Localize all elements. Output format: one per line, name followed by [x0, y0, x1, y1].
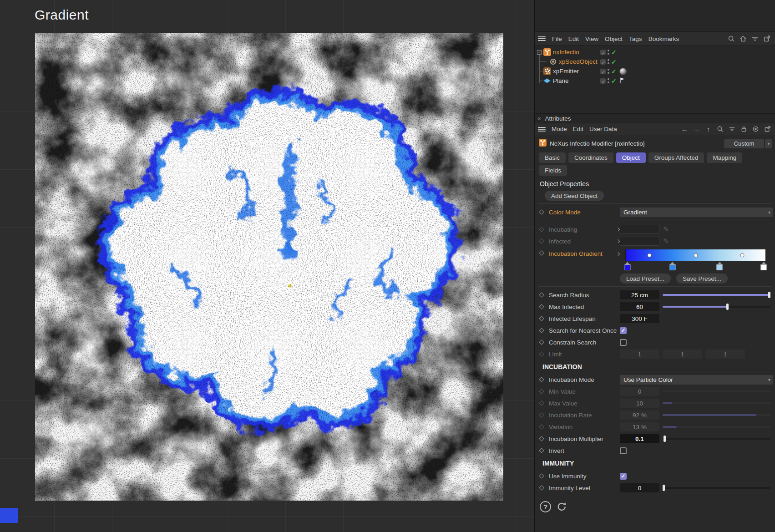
expand-toggle-icon[interactable]	[537, 50, 542, 55]
tree-row-xpseedobject[interactable]: xpSeedObject ✓	[535, 57, 775, 66]
panel-menu-icon[interactable]	[538, 127, 546, 132]
filter-icon[interactable]	[728, 125, 736, 133]
load-preset-button[interactable]: Load Preset...	[620, 274, 671, 284]
visibility-dots-icon[interactable]	[608, 69, 609, 74]
tab-fields[interactable]: Fields	[539, 165, 567, 176]
up-arrow-icon[interactable]: ↑	[704, 125, 712, 133]
chevron-right-icon[interactable]	[616, 239, 620, 243]
menu-object[interactable]: Object	[605, 35, 623, 42]
layer-toggle-icon[interactable]	[600, 59, 606, 65]
immunity-level-slider[interactable]	[663, 487, 770, 489]
visibility-dots-icon[interactable]	[608, 78, 609, 83]
chevron-right-icon[interactable]	[616, 252, 620, 256]
variation-field[interactable]: 13 %	[620, 422, 659, 431]
gradient-bar[interactable]	[625, 249, 766, 261]
add-seed-object-button[interactable]: Add Seed Object	[545, 191, 604, 201]
menu-bookmarks[interactable]: Bookmarks	[648, 35, 679, 42]
invert-checkbox[interactable]	[620, 447, 627, 454]
max-infected-slider[interactable]	[663, 306, 770, 308]
enabled-check-icon[interactable]: ✓	[611, 77, 617, 85]
menu-tags[interactable]: Tags	[629, 35, 642, 42]
menu-edit[interactable]: Edit	[568, 35, 579, 42]
visibility-dots-icon[interactable]	[608, 50, 609, 55]
slider-knob[interactable]	[663, 485, 665, 491]
slider-knob[interactable]	[664, 436, 666, 442]
incubation-rate-field[interactable]: 92 %	[620, 410, 659, 420]
tree-row-plane[interactable]: Plane ✓	[535, 76, 775, 86]
search-icon[interactable]	[716, 125, 724, 133]
limit-y-field[interactable]: 1	[663, 350, 702, 359]
limit-x-field[interactable]: 1	[620, 350, 659, 359]
menu-file[interactable]: File	[552, 35, 562, 42]
menu-view[interactable]: View	[585, 35, 598, 42]
layer-toggle-icon[interactable]	[600, 78, 606, 84]
edit-pencil-icon[interactable]: ✎	[663, 237, 669, 245]
gradient-knot[interactable]	[624, 262, 630, 270]
back-arrow-icon[interactable]: ←	[681, 125, 689, 133]
search-icon[interactable]	[727, 35, 735, 43]
constrain-search-checkbox[interactable]	[620, 339, 627, 346]
gradient-bias-handle[interactable]	[740, 253, 745, 257]
lock-icon[interactable]	[740, 125, 748, 133]
tab-groups-affected[interactable]: Groups Affected	[648, 152, 704, 163]
preset-selector[interactable]: Custom	[724, 139, 764, 148]
material-tag-icon[interactable]	[619, 68, 627, 75]
limit-z-field[interactable]: 1	[705, 350, 745, 359]
incubating-link-field[interactable]	[620, 225, 659, 234]
chevron-right-icon[interactable]	[616, 228, 620, 231]
max-infected-field[interactable]: 60	[620, 302, 659, 311]
slider-knob[interactable]	[768, 292, 770, 298]
menu-edit[interactable]: Edit	[573, 126, 583, 132]
search-nearest-once-checkbox[interactable]: ✓	[620, 327, 627, 334]
infected-link-field[interactable]	[620, 237, 659, 246]
max-value-slider[interactable]	[663, 402, 770, 404]
home-icon[interactable]	[739, 35, 747, 43]
panel-menu-icon[interactable]	[538, 36, 546, 41]
target-icon[interactable]	[752, 125, 760, 133]
layer-toggle-icon[interactable]	[600, 50, 606, 55]
forward-arrow-icon[interactable]: →	[693, 125, 700, 133]
enabled-check-icon[interactable]: ✓	[611, 68, 617, 75]
refresh-icon[interactable]	[556, 501, 567, 512]
viewport[interactable]: Gradient	[0, 0, 534, 532]
enabled-check-icon[interactable]: ✓	[611, 58, 617, 66]
help-icon[interactable]: ?	[540, 501, 551, 512]
menu-mode[interactable]: Mode	[552, 126, 567, 132]
popout-icon[interactable]	[764, 125, 771, 133]
gradient-knot[interactable]	[761, 262, 767, 270]
tab-coordinates[interactable]: Coordinates	[568, 152, 613, 163]
render-canvas[interactable]	[35, 33, 503, 501]
layer-toggle-icon[interactable]	[600, 69, 606, 74]
gradient-knot[interactable]	[717, 262, 723, 270]
min-value-slider[interactable]	[663, 390, 770, 392]
incubation-multiplier-slider[interactable]	[663, 438, 770, 440]
gradient-bias-handle[interactable]	[647, 253, 651, 257]
edit-pencil-icon[interactable]: ✎	[663, 225, 669, 233]
tree-row-nxinfectio[interactable]: nxInfectio ✓	[535, 47, 775, 57]
immunity-level-field[interactable]: 0	[620, 483, 659, 492]
close-icon[interactable]: ×	[537, 115, 541, 122]
tab-mapping[interactable]: Mapping	[707, 152, 742, 163]
incubation-multiplier-field[interactable]: 0.1	[620, 434, 659, 443]
preset-dropdown-arrow-icon[interactable]: ▾	[765, 139, 772, 148]
infected-lifespan-field[interactable]: 300 F	[620, 314, 659, 323]
max-value-field[interactable]: 10	[620, 399, 659, 408]
popout-icon[interactable]	[763, 35, 770, 43]
save-preset-button[interactable]: Save Preset...	[676, 274, 728, 284]
tab-object[interactable]: Object	[616, 152, 646, 163]
incubation-mode-dropdown[interactable]: Use Particle Color▾	[620, 375, 773, 385]
min-value-field[interactable]: 0	[620, 387, 659, 396]
enabled-check-icon[interactable]: ✓	[611, 49, 617, 56]
incubation-rate-slider[interactable]	[663, 414, 770, 416]
variation-slider[interactable]	[663, 426, 770, 428]
color-mode-dropdown[interactable]: Gradient▾	[620, 208, 773, 217]
menu-user-data[interactable]: User Data	[589, 126, 617, 132]
filter-icon[interactable]	[751, 35, 759, 43]
gradient-knot[interactable]	[669, 262, 675, 270]
search-radius-slider[interactable]	[663, 294, 770, 296]
slider-knob[interactable]	[726, 304, 729, 310]
flag-tag-icon[interactable]	[619, 77, 625, 85]
tree-row-xpemitter[interactable]: xpEmitter ✓	[535, 66, 775, 76]
visibility-dots-icon[interactable]	[608, 59, 609, 64]
gradient-bias-handle[interactable]	[694, 253, 698, 257]
